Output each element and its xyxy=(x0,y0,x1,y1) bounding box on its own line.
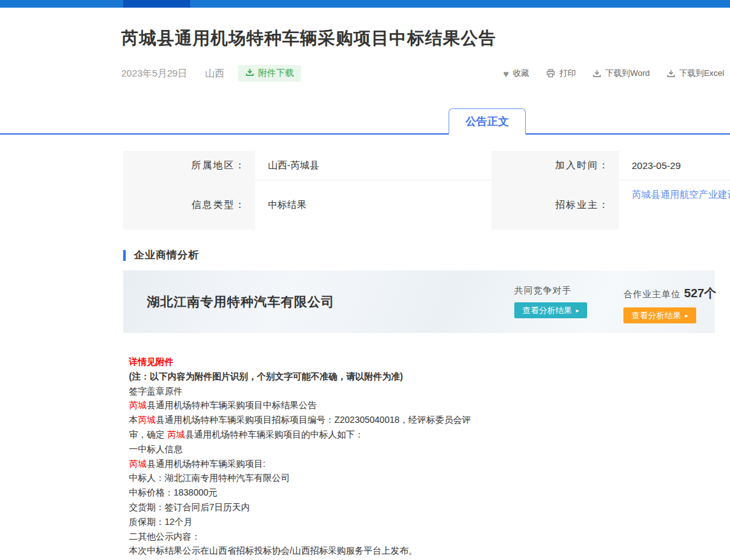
nav-active-item[interactable] xyxy=(123,0,190,8)
article-line: 中标人：湖北江南专用特种汽车有限公司 xyxy=(129,471,730,485)
download-icon xyxy=(246,68,254,78)
competitor-label: 共同竞争对手 xyxy=(514,285,587,297)
download-word-button[interactable]: 下载到Word xyxy=(593,68,650,79)
info-type-value: 中标结果 xyxy=(255,180,491,230)
competitor-column: 共同竞争对手 查看分析结果 ▸ xyxy=(514,270,587,318)
view-competitor-analysis-button[interactable]: 查看分析结果 ▸ xyxy=(514,302,587,318)
download-icon xyxy=(593,70,601,78)
tab-announcement-body[interactable]: 公告正文 xyxy=(449,108,526,135)
info-owner-label: 招标业主： xyxy=(491,180,619,230)
attachment-download-button[interactable]: 附件下载 xyxy=(238,65,301,82)
download-excel-button[interactable]: 下载到Excel xyxy=(667,68,724,79)
view-partner-analysis-button[interactable]: 查看分析结果 ▸ xyxy=(623,307,696,323)
download-word-label: 下载到Word xyxy=(605,68,650,79)
analysis-section-title: 企业商情分析 xyxy=(134,249,199,262)
arrow-right-icon: ▸ xyxy=(685,313,688,319)
page-title: 芮城县通用机场特种车辆采购项目中标结果公告 xyxy=(121,27,730,50)
owner-link[interactable]: 芮城县通用航空产业建设发 xyxy=(632,189,730,201)
article-line: 交货期：签订合同后7日历天内 xyxy=(129,500,730,515)
article-line: 审，确定 芮城县通用机场特种车辆采购项目的中标人如下： xyxy=(129,427,730,442)
article-line: 本芮城县通用机场特种车辆采购项目招标项目编号：Z202305040018，经评标… xyxy=(129,413,730,427)
article-line: 详情见附件 xyxy=(129,355,730,369)
company-name: 湖北江南专用特种汽车有限公司 xyxy=(147,270,334,333)
attachment-download-label: 附件下载 xyxy=(258,68,294,79)
article-line: 芮城县通用机场特种车辆采购项目: xyxy=(129,457,730,471)
view-competitor-analysis-label: 查看分析结果 xyxy=(522,305,572,316)
print-button[interactable]: 打印 xyxy=(546,68,576,79)
favorite-button[interactable]: ♥ 收藏 xyxy=(503,68,529,79)
announcement-header: 芮城县通用机场特种车辆采购项目中标结果公告 2023年5月29日 山西 附件下载… xyxy=(0,27,730,82)
partner-label: 合作业主单位 527个 xyxy=(623,285,717,302)
info-time-value: 2023-05-29 xyxy=(619,151,730,180)
info-region-label: 所属地区： xyxy=(123,151,255,180)
info-table: 所属地区： 山西-芮城县 加入时间： 2023-05-29 信息类型： 中标结果… xyxy=(123,151,730,230)
publish-date: 2023年5月29日 xyxy=(121,68,187,80)
info-time-label: 加入时间： xyxy=(491,151,619,180)
view-partner-analysis-label: 查看分析结果 xyxy=(631,310,681,321)
article-line: 本次中标结果公示在山西省招标投标协会/山西招标采购服务平台上发布。 xyxy=(129,543,730,558)
region-label: 山西 xyxy=(205,68,224,80)
meta-row: 2023年5月29日 山西 附件下载 ♥ 收藏 打印 xyxy=(121,65,730,82)
analysis-section-header: 企业商情分析 xyxy=(123,249,730,262)
article-line: 质保期：12个月 xyxy=(129,515,730,529)
section-accent-bar xyxy=(123,250,126,261)
action-toolbar: ♥ 收藏 打印 下载到Word 下载到Excel xyxy=(503,68,724,79)
article-line: 签字盖章原件 xyxy=(129,384,730,399)
download-icon xyxy=(667,70,675,78)
article-line: (注：以下内容为附件图片识别，个别文字可能不准确，请以附件为准) xyxy=(129,369,730,384)
top-nav-bar xyxy=(0,0,730,8)
info-region-value: 山西-芮城县 xyxy=(255,151,491,180)
info-owner-value: 芮城县通用航空产业建设发 xyxy=(619,180,730,230)
print-label: 打印 xyxy=(559,68,576,79)
article-body: 详情见附件(注：以下内容为附件图片识别，个别文字可能不准确，请以附件为准)签字盖… xyxy=(129,355,730,558)
download-excel-label: 下载到Excel xyxy=(679,68,724,79)
article-line: 一中标人信息 xyxy=(129,442,730,457)
article-line: 中标价格：1838000元 xyxy=(129,485,730,500)
partner-count: 527个 xyxy=(684,286,717,300)
company-analysis-card: 湖北江南专用特种汽车有限公司 共同竞争对手 查看分析结果 ▸ 合作业主单位 52… xyxy=(123,270,715,333)
heart-icon: ♥ xyxy=(503,69,509,78)
arrow-right-icon: ▸ xyxy=(576,307,579,314)
article-line: 二其他公示内容： xyxy=(129,529,730,544)
partner-column: 合作业主单位 527个 查看分析结果 ▸ xyxy=(623,270,717,323)
favorite-label: 收藏 xyxy=(512,68,529,79)
article-line: 芮城县通用机场特种车辆采购项目中标结果公告 xyxy=(129,398,730,413)
info-type-label: 信息类型： xyxy=(123,180,255,230)
printer-icon xyxy=(546,69,555,78)
tab-strip: 公告正文 xyxy=(0,110,730,135)
